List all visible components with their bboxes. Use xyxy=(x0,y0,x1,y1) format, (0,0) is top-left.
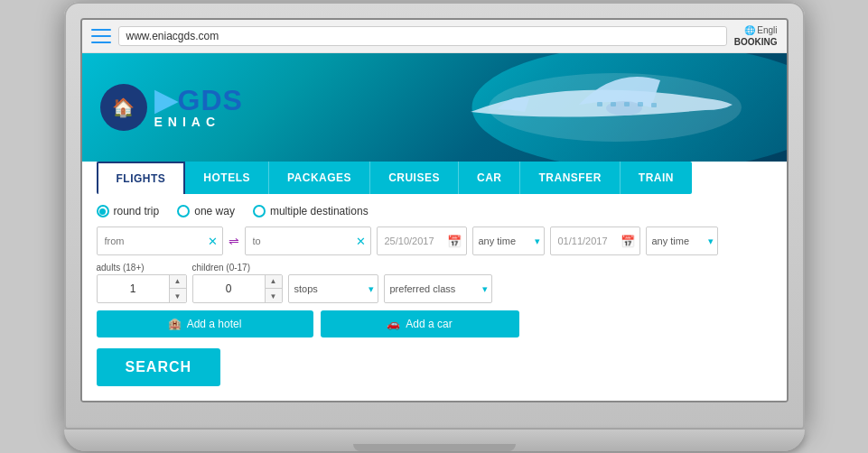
tab-car[interactable]: CAR xyxy=(459,162,521,194)
tab-train[interactable]: TRAIN xyxy=(621,162,692,194)
flag-icon: 🌐 xyxy=(744,25,755,35)
site-logo: ▶GDS ENIAC xyxy=(100,84,243,131)
svg-rect-3 xyxy=(611,102,616,106)
car-icon: 🚗 xyxy=(387,318,400,330)
stops-select[interactable]: stops non-stop 1 stop 2+ stops xyxy=(288,274,378,303)
stops-wrap: stops non-stop 1 stop 2+ stops xyxy=(288,274,378,303)
stops-group: stops non-stop 1 stop 2+ stops xyxy=(288,263,378,303)
svg-rect-4 xyxy=(624,102,630,106)
tab-transfer[interactable]: TRANSFER xyxy=(520,162,620,194)
passengers-options-row: adults (18+) 1 ▲ ▼ children (0-17) xyxy=(97,263,772,303)
children-arrows: ▲ ▼ xyxy=(265,274,282,303)
from-input[interactable] xyxy=(97,226,223,255)
date1-wrap: 📅 xyxy=(377,226,467,255)
laptop-frame: www.eniacgds.com 🌐 Engli BOOKING xyxy=(64,2,805,451)
add-hotel-button[interactable]: 🏨 Add a hotel xyxy=(97,310,313,337)
screen-bezel: www.eniacgds.com 🌐 Engli BOOKING xyxy=(64,2,805,430)
add-car-button[interactable]: 🚗 Add a car xyxy=(321,310,519,337)
radio-one-way-circle xyxy=(177,205,190,217)
children-group: children (0-17) 0 ▲ ▼ xyxy=(192,263,283,303)
logo-eniac-text: ENIAC xyxy=(154,115,243,129)
radio-round-trip[interactable]: round trip xyxy=(97,205,160,217)
search-panel: FLIGHTS HOTELS PACKAGES CRUISES CAR TRAN… xyxy=(82,162,787,401)
trip-type-row: round trip one way multiple destinations xyxy=(97,205,772,217)
tab-packages[interactable]: PACKAGES xyxy=(269,162,370,194)
time2-select[interactable]: any time morning afternoon evening xyxy=(646,226,718,255)
children-up[interactable]: ▲ xyxy=(266,274,282,289)
adults-arrows: ▲ ▼ xyxy=(169,274,186,303)
to-clear-icon[interactable]: ✕ xyxy=(356,235,366,248)
stops-label xyxy=(288,263,378,273)
add-services-row: 🏨 Add a hotel 🚗 Add a car xyxy=(97,310,772,337)
children-stepper[interactable]: 0 ▲ ▼ xyxy=(192,274,283,303)
to-input[interactable] xyxy=(245,226,371,255)
menu-icon[interactable] xyxy=(91,29,111,43)
tab-flights[interactable]: FLIGHTS xyxy=(97,162,186,194)
radio-multiple-circle xyxy=(253,205,266,217)
radio-one-way[interactable]: one way xyxy=(177,205,235,217)
preferred-wrap: preferred class Economy Business First xyxy=(384,274,492,303)
svg-rect-6 xyxy=(651,103,657,107)
logo-icon xyxy=(100,84,147,131)
laptop-base xyxy=(64,430,805,451)
tabs-row: FLIGHTS HOTELS PACKAGES CRUISES CAR TRAN… xyxy=(97,162,772,194)
preferred-select[interactable]: preferred class Economy Business First xyxy=(384,274,492,303)
screen-inner: www.eniacgds.com 🌐 Engli BOOKING xyxy=(80,18,789,402)
site-content: ▶GDS ENIAC xyxy=(82,53,787,401)
search-button[interactable]: SEARCH xyxy=(97,348,221,386)
preferred-group: preferred class Economy Business First xyxy=(384,263,492,303)
browser-bar: www.eniacgds.com 🌐 Engli BOOKING xyxy=(82,20,787,53)
adults-value: 1 xyxy=(98,282,169,295)
children-label: children (0-17) xyxy=(192,263,283,273)
from-field-wrap: ✕ xyxy=(97,226,223,255)
hotel-icon: 🏨 xyxy=(168,318,182,330)
tab-cruises[interactable]: CRUISES xyxy=(370,162,459,194)
adults-label: adults (18+) xyxy=(97,263,187,273)
adults-stepper[interactable]: 1 ▲ ▼ xyxy=(97,274,187,303)
radio-round-trip-circle xyxy=(97,205,109,217)
tab-hotels[interactable]: HOTELS xyxy=(185,162,269,194)
preferred-label xyxy=(384,263,492,273)
exchange-icon[interactable]: ⇌ xyxy=(229,234,239,248)
adults-up[interactable]: ▲ xyxy=(170,274,186,289)
children-value: 0 xyxy=(193,282,265,295)
url-bar[interactable]: www.eniacgds.com xyxy=(118,26,727,46)
time1-wrap: any time morning afternoon evening xyxy=(472,226,545,255)
logo-gds-text: ▶GDS xyxy=(154,86,243,115)
hero-plane xyxy=(416,58,760,161)
language-indicator: 🌐 Engli xyxy=(744,25,777,35)
logo-text: ▶GDS ENIAC xyxy=(154,86,243,129)
to-field-wrap: ✕ xyxy=(245,226,371,255)
from-clear-icon[interactable]: ✕ xyxy=(208,235,218,248)
adults-group: adults (18+) 1 ▲ ▼ xyxy=(97,263,187,303)
time1-select[interactable]: any time morning afternoon evening xyxy=(472,226,545,255)
browser-top-right: 🌐 Engli BOOKING xyxy=(734,25,778,47)
calendar1-icon[interactable]: 📅 xyxy=(447,235,462,248)
route-date-row: ✕ ⇌ ✕ 📅 any time xyxy=(97,226,772,255)
hero-banner: ▶GDS ENIAC xyxy=(82,53,787,162)
children-down[interactable]: ▼ xyxy=(266,289,282,303)
adults-down[interactable]: ▼ xyxy=(170,289,186,303)
time2-wrap: any time morning afternoon evening xyxy=(646,226,718,255)
svg-rect-2 xyxy=(597,102,602,106)
svg-rect-5 xyxy=(638,102,643,106)
radio-multiple[interactable]: multiple destinations xyxy=(253,205,369,217)
booking-label: BOOKING xyxy=(734,37,778,47)
calendar2-icon[interactable]: 📅 xyxy=(621,235,635,248)
date2-wrap: 📅 xyxy=(550,226,640,255)
